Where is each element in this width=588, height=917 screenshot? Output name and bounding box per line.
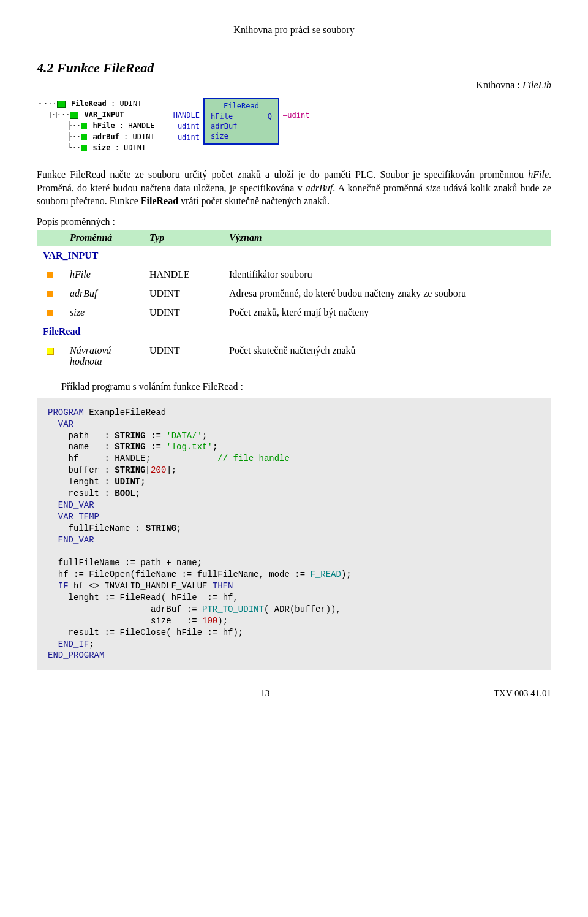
th-desc: Význam	[223, 230, 551, 246]
library-prefix: Knihovna :	[476, 80, 522, 90]
return-icon	[47, 348, 54, 355]
var-icon	[47, 291, 53, 297]
expand-icon: -	[37, 101, 43, 107]
section-number: 4.2	[37, 60, 54, 75]
group-icon	[70, 112, 78, 119]
section-heading: 4.2 Funkce FileRead	[37, 60, 551, 76]
figure-row: -··· FileRead : UDINT -··· VAR_INPUT ├··…	[37, 98, 551, 153]
group-label: VAR_INPUT	[37, 246, 551, 265]
table-header-row: Proměnná Typ Význam	[37, 230, 551, 246]
variables-table: Proměnná Typ Význam VAR_INPUT hFile HAND…	[37, 230, 551, 371]
tree-view: -··· FileRead : UDINT -··· VAR_INPUT ├··…	[37, 98, 155, 153]
page-footer: 13 TXV 003 41.01	[37, 688, 551, 699]
example-label: Příklad programu s voláním funkce FileRe…	[61, 381, 551, 392]
table-row: hFile HANDLE Identifikátor souboru	[37, 265, 551, 284]
section-title: Funkce FileRead	[57, 60, 154, 75]
page-number: 13	[37, 688, 494, 699]
table-row: size UDINT Počet znaků, které mají být n…	[37, 303, 551, 322]
doc-code: TXV 003 41.01	[494, 688, 551, 699]
var-icon	[47, 272, 53, 278]
bd-title: FileRead	[211, 102, 272, 110]
th-name: Proměnná	[64, 230, 143, 246]
library-line: Knihovna : FileLib	[37, 80, 551, 91]
input-icon	[81, 123, 87, 129]
input-icon	[81, 134, 87, 140]
function-icon	[57, 101, 66, 108]
tree-root-name: FileRead	[71, 99, 107, 108]
table-row: adrBuf UDINT Adresa proměnné, do které b…	[37, 284, 551, 303]
group-label: FileRead	[37, 322, 551, 341]
expand-icon: -	[50, 112, 57, 118]
tree-item: └·· size : UDINT	[37, 142, 155, 153]
table-row: Návratová hodnota UDINT Počet skutečně n…	[37, 341, 551, 371]
vars-label: Popis proměnných :	[37, 216, 551, 227]
var-icon	[47, 310, 53, 316]
bd-left-types: HANDLE udint udint	[173, 98, 200, 142]
input-icon	[81, 145, 87, 151]
tree-group: VAR_INPUT	[85, 110, 124, 119]
tree-root-type: : UDINT	[111, 99, 142, 108]
th-type: Typ	[143, 230, 223, 246]
library-name: FileLib	[522, 80, 551, 90]
tree-item: ├·· adrBuf : UDINT	[37, 131, 155, 142]
bd-right-types: —udint	[283, 98, 309, 123]
description-paragraph: Funkce FileRead načte ze souboru určitý …	[37, 168, 551, 208]
tree-item: ├·· hFile : HANDLE	[37, 120, 155, 131]
code-block: PROGRAM ExampleFileRead VAR path : STRIN…	[37, 398, 551, 671]
bd-box: FileRead hFileQ adrBuf size	[203, 98, 279, 145]
page-header: Knihovna pro práci se soubory	[37, 25, 551, 36]
block-diagram: HANDLE udint udint FileRead hFileQ adrBu…	[173, 98, 310, 145]
